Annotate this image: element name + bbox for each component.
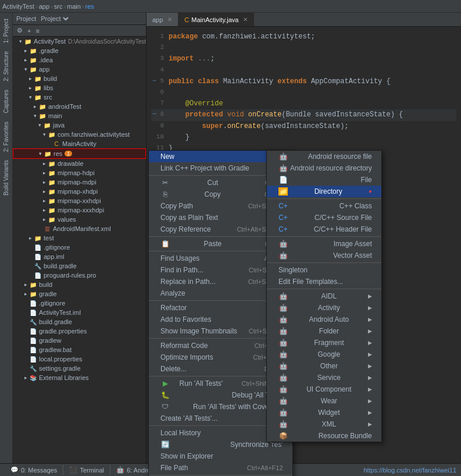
- tree-item-mainactivity[interactable]: ▸ C MainActivity: [13, 139, 146, 148]
- bottom-tab-messages[interactable]: 💬 0: Messages: [5, 465, 63, 475]
- submenu-arrow: ▶: [368, 340, 372, 346]
- bc-app[interactable]: app: [39, 3, 49, 10]
- menu-item-folder[interactable]: 🤖 Folder ▶: [267, 325, 381, 337]
- tab-mainactivity-icon: C: [184, 16, 189, 23]
- bc-activitytest[interactable]: ActivityTest: [2, 3, 34, 10]
- tree-item-activitytestiml[interactable]: ▸ 📄 ActivityTest.iml: [13, 308, 146, 317]
- tree-item-activitytest[interactable]: ▾ 📁 ActivityTest D:\Android\asSocr\Activ…: [13, 37, 146, 46]
- tree-item-mipmap-xhdpi[interactable]: ▸ 📁 mipmap-xhdpi: [13, 187, 146, 196]
- tree-item-idea[interactable]: ▸ 📁 .idea: [13, 55, 146, 65]
- bc-main[interactable]: main: [67, 3, 81, 10]
- cut-icon: ✂: [160, 179, 170, 187]
- tree-item-gradle-root[interactable]: ▸ 📁 gradle: [13, 289, 146, 299]
- folder-icon: 📁: [29, 65, 37, 73]
- menu-item-show-explorer[interactable]: Show in Explorer: [149, 450, 292, 462]
- tree-item-mipmap-hdpi[interactable]: ▸ 📁 mipmap-hdpi: [13, 168, 146, 177]
- tree-item-appiml[interactable]: ▸ 📄 app.iml: [13, 252, 146, 261]
- menu-item-android-res-dir[interactable]: 🤖 Android resource directory: [267, 162, 381, 174]
- tree-item-build-root[interactable]: ▸ 📁 build: [13, 280, 146, 289]
- toolbar-btn-2[interactable]: +: [26, 27, 33, 35]
- tree-item-gitignore[interactable]: ▸ 📄 .gitignore: [13, 299, 146, 308]
- folder-sub-icon: 🤖: [278, 327, 288, 335]
- side-tab-captures[interactable]: Captures: [1, 86, 11, 117]
- menu-item-service[interactable]: 🤖 Service ▶: [267, 372, 381, 383]
- tree-item-app[interactable]: ▾ 📁 app: [13, 65, 146, 74]
- menu-item-file-path[interactable]: File Path Ctrl+Alt+F12: [149, 462, 292, 474]
- tree-label: .gitignore: [39, 300, 65, 307]
- tree-item-gitignore-app[interactable]: ▸ 📄 .gitignore: [13, 243, 146, 252]
- tree-item-settingsgradle[interactable]: ▸ 🔧 settings.gradle: [13, 364, 146, 373]
- menu-item-singleton[interactable]: Singleton: [267, 264, 381, 276]
- tab-mainactivity-close[interactable]: ✕: [243, 16, 248, 23]
- side-tab-buildvariants[interactable]: Build Variants: [1, 157, 11, 199]
- menu-item-edit-templates[interactable]: Edit File Templates...: [267, 276, 381, 287]
- tree-item-manifest[interactable]: ▸ ☰ AndroidManifest.xml: [13, 224, 146, 233]
- tree-item-java[interactable]: ▾ 📁 java: [13, 120, 146, 130]
- tree-item-libs[interactable]: ▸ 📁 libs: [13, 83, 146, 93]
- bottom-tab-terminal[interactable]: ⬛ Terminal: [63, 465, 110, 475]
- menu-copy-plain-label: Copy as Plain Text: [160, 214, 218, 222]
- tree-item-build[interactable]: ▸ 📁 build: [13, 74, 146, 83]
- menu-item-directory[interactable]: 📁 Directory ●: [267, 186, 381, 197]
- tree-item-gradleprop[interactable]: ▸ 📄 gradle.properties: [13, 326, 146, 336]
- menu-item-file[interactable]: 📄 File: [267, 174, 381, 186]
- bottom-tab-terminal-label: Terminal: [80, 467, 104, 474]
- menu-copy-ref-label: Copy Reference: [160, 225, 211, 233]
- arrow-icon: ▾: [17, 38, 24, 44]
- separator: [267, 289, 381, 289]
- tree-item-res[interactable]: ▾ 📁 res 1: [13, 148, 146, 159]
- tree-item-test[interactable]: ▸ 📁 test: [13, 233, 146, 243]
- tree-item-mipmap-xxhdpi[interactable]: ▸ 📁 mipmap-xxhdpi: [13, 196, 146, 205]
- side-tab-favorites[interactable]: 2: Favorites: [1, 118, 11, 155]
- tree-item-extlibs[interactable]: ▸ 📚 External Libraries: [13, 373, 146, 382]
- tree-item-gradlewbat[interactable]: ▸ 📄 gradlew.bat: [13, 345, 146, 354]
- menu-item-resource-bundle[interactable]: 📦 Resource Bundle: [267, 430, 381, 442]
- tree-item-gradle[interactable]: ▸ 📁 .gradle: [13, 46, 146, 55]
- menu-item-cpp-source[interactable]: C+ C/C++ Source File: [267, 212, 381, 223]
- tree-item-src[interactable]: ▾ 📁 src: [13, 93, 146, 102]
- menu-item-activity[interactable]: 🤖 Activity ▶: [267, 302, 381, 314]
- menu-item-other[interactable]: 🤖 Other ▶: [267, 360, 381, 372]
- tree-item-buildgradle-root[interactable]: ▸ 🔧 build.gradle: [13, 317, 146, 326]
- menu-item-fragment[interactable]: 🤖 Fragment ▶: [267, 337, 381, 349]
- tree-item-drawable[interactable]: ▸ 📁 drawable: [13, 159, 146, 168]
- tree-item-buildgradle-app[interactable]: ▸ 🔧 build.gradle: [13, 261, 146, 271]
- toolbar-btn-1[interactable]: ⚙: [15, 26, 24, 35]
- bc-src[interactable]: src: [54, 3, 63, 10]
- menu-item-ui-component[interactable]: 🤖 UI Component ▶: [267, 383, 381, 395]
- side-tab-structure[interactable]: 2: Structure: [1, 48, 11, 85]
- menu-item-wear[interactable]: 🤖 Wear ▶: [267, 395, 381, 407]
- tree-item-proguard[interactable]: ▸ 📄 proguard-rules.pro: [13, 271, 146, 280]
- side-tab-project[interactable]: 1: Project: [1, 15, 11, 47]
- bc-res[interactable]: res: [85, 3, 94, 10]
- tree-item-values[interactable]: ▸ 📁 values: [13, 215, 146, 224]
- tree-item-androidtest[interactable]: ▸ 📁 androidTest: [13, 102, 146, 111]
- folder-icon: 📁: [38, 112, 47, 120]
- tab-mainactivity[interactable]: C MainActivity.java ✕: [178, 13, 254, 26]
- tree-item-localprops[interactable]: ▸ 📄 local.properties: [13, 354, 146, 364]
- tree-item-main[interactable]: ▾ 📁 main: [13, 111, 146, 120]
- menu-item-widget[interactable]: 🤖 Widget ▶: [267, 407, 381, 418]
- tree-item-com[interactable]: ▾ 📁 com.fanzhiwei.activitytest: [13, 130, 146, 139]
- tree-item-mipmap-mdpi[interactable]: ▸ 📁 mipmap-mdpi: [13, 177, 146, 187]
- menu-item-android-res-file[interactable]: 🤖 Android resource file: [267, 151, 381, 162]
- menu-item-google[interactable]: 🤖 Google ▶: [267, 349, 381, 360]
- tab-app-close[interactable]: ✕: [167, 16, 172, 23]
- menu-item-aidl[interactable]: 🤖 AIDL ▶: [267, 290, 381, 302]
- tab-app[interactable]: app ✕: [146, 13, 178, 26]
- toolbar-btn-3[interactable]: ≡: [34, 27, 41, 35]
- tree-item-gradlew[interactable]: ▸ 📄 gradlew: [13, 336, 146, 345]
- menu-item-android-auto[interactable]: 🤖 Android Auto ▶: [267, 314, 381, 325]
- menu-item-cpp-class[interactable]: C+ C++ Class: [267, 200, 381, 212]
- tree-label: .idea: [39, 56, 53, 63]
- activity-icon: 🤖: [278, 304, 288, 312]
- menu-item-xml[interactable]: 🤖 XML ▶: [267, 418, 381, 430]
- panel-dropdown[interactable]: Project: [38, 15, 70, 23]
- arrow-icon: →: [152, 76, 156, 86]
- menu-activity-label: Activity: [318, 304, 340, 312]
- tree-item-mipmap-xxxhdpi[interactable]: ▸ 📁 mipmap-xxxhdpi: [13, 205, 146, 215]
- menu-reformat-label: Reformat Code: [160, 342, 208, 350]
- menu-item-image-asset[interactable]: 🤖 Image Asset: [267, 238, 381, 250]
- menu-item-vector-asset[interactable]: 🤖 Vector Asset: [267, 250, 381, 261]
- menu-item-cpp-header[interactable]: C+ C/C++ Header File: [267, 223, 381, 235]
